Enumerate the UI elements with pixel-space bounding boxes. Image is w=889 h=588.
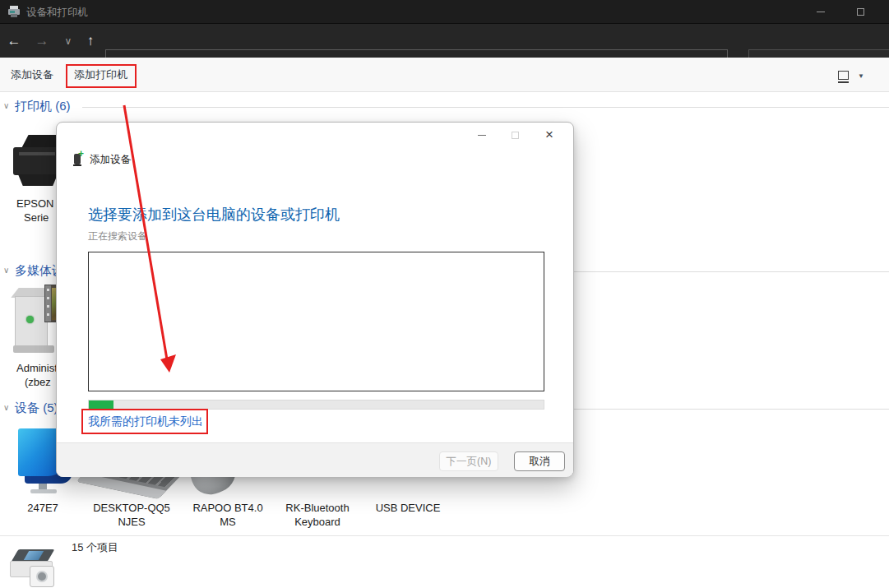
dialog-title: 添加设备 bbox=[90, 153, 131, 167]
group-label-printers[interactable]: 打印机 (6) bbox=[15, 99, 71, 114]
searching-status-text: 正在搜索设备 bbox=[88, 229, 147, 243]
chevron-down-icon: ∨ bbox=[65, 35, 72, 47]
title-bar: 设备和打印机 bbox=[0, 0, 889, 23]
add-device-icon: + bbox=[73, 152, 85, 166]
group-label-devices[interactable]: 设备 (5) bbox=[15, 400, 58, 416]
epson-label-line2[interactable]: Serie bbox=[24, 211, 49, 224]
maximize-button[interactable] bbox=[841, 0, 879, 23]
view-options-icon[interactable] bbox=[838, 71, 849, 80]
multimedia-label-line1[interactable]: Administ bbox=[16, 362, 58, 374]
close-icon: × bbox=[545, 127, 553, 143]
dialog-maximize-button[interactable] bbox=[502, 126, 527, 144]
app-printer-icon bbox=[7, 5, 21, 18]
dialog-minimize-button[interactable] bbox=[470, 126, 494, 144]
annotation-box-add-printer bbox=[66, 64, 137, 88]
window-title: 设备和打印机 bbox=[26, 6, 88, 20]
recent-pages-button[interactable]: ∨ bbox=[56, 28, 81, 54]
dialog-heading: 选择要添加到这台电脑的设备或打印机 bbox=[88, 205, 340, 225]
back-button[interactable]: ← bbox=[2, 28, 26, 54]
collapse-chevron-icon[interactable]: ∨ bbox=[3, 403, 9, 412]
cancel-button[interactable]: 取消 bbox=[514, 451, 565, 471]
device-list-box[interactable] bbox=[88, 252, 544, 391]
navigation-bar: ← → ∨ ↑ › 控制面板 › 所有控制面板项 › 设备和打印机 ∨ ↻ bbox=[0, 23, 889, 58]
group-rule bbox=[82, 107, 889, 108]
forward-button[interactable]: → bbox=[30, 28, 54, 54]
up-arrow-icon: ↑ bbox=[87, 33, 95, 49]
maximize-icon bbox=[857, 8, 864, 16]
up-button[interactable]: ↑ bbox=[78, 28, 103, 54]
device-label-desktop[interactable]: DESKTOP-QQ5 NJES bbox=[78, 501, 185, 529]
next-button[interactable]: 下一页(N) bbox=[439, 451, 498, 471]
add-device-command[interactable]: 添加设备 bbox=[11, 67, 53, 82]
collapse-chevron-icon[interactable]: ∨ bbox=[3, 266, 9, 275]
maximize-icon bbox=[512, 132, 519, 139]
forward-arrow-icon: → bbox=[35, 33, 49, 49]
statusbar-divider bbox=[0, 535, 889, 536]
dialog-close-button[interactable]: × bbox=[537, 126, 562, 144]
minimize-button[interactable] bbox=[802, 0, 840, 23]
back-arrow-icon: ← bbox=[7, 33, 21, 49]
dialog-footer: 下一页(N) 取消 bbox=[57, 442, 573, 477]
view-dropdown-icon[interactable]: ▼ bbox=[858, 72, 864, 80]
progress-fill bbox=[89, 400, 113, 409]
annotation-box-not-listed bbox=[81, 409, 208, 434]
epson-printer-icon[interactable] bbox=[13, 125, 63, 194]
devices-and-printers-window: 设备和打印机 ← → ∨ ↑ › 控制面板 › 所有控制面板项 › 设备和打印机… bbox=[0, 0, 889, 588]
minimize-icon bbox=[817, 12, 825, 12]
collapse-chevron-icon[interactable]: ∨ bbox=[3, 101, 9, 110]
printer-camera-status-icon bbox=[8, 548, 59, 588]
device-label-usb[interactable]: USB DEVICE bbox=[354, 501, 461, 515]
minimize-icon bbox=[478, 135, 486, 136]
item-count: 15 个项目 bbox=[72, 540, 118, 555]
group-header-printers[interactable]: ∨ 打印机 (6) bbox=[0, 99, 889, 115]
multimedia-label-line2[interactable]: (zbez bbox=[25, 376, 51, 388]
